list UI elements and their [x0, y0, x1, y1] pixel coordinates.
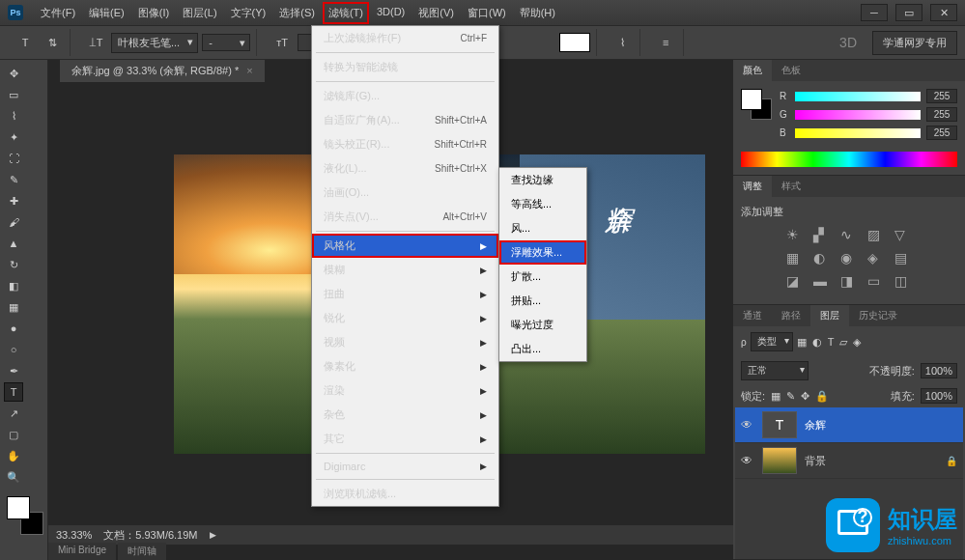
menu-3d[interactable]: 3D(D)	[371, 2, 411, 24]
blend-mode-select[interactable]: 正常	[741, 361, 809, 380]
menu-item[interactable]: 扭曲▶	[312, 282, 498, 306]
panel-color-picker[interactable]	[741, 89, 772, 120]
menu-图层[interactable]: 图层(L)	[177, 2, 222, 24]
hue-icon[interactable]: ▦	[786, 250, 804, 267]
bw-icon[interactable]: ◐	[813, 250, 831, 267]
tab-color[interactable]: 颜色	[733, 60, 772, 81]
mixer-icon[interactable]: ◈	[867, 250, 885, 267]
b-slider[interactable]	[795, 128, 921, 138]
menu-item[interactable]: 转换为智能滤镜	[312, 55, 498, 79]
menu-编辑[interactable]: 编辑(E)	[83, 2, 130, 24]
vibrance-icon[interactable]: ▽	[894, 227, 912, 244]
curves-icon[interactable]: ∿	[840, 227, 858, 244]
exposure-icon[interactable]: ▨	[867, 227, 885, 244]
layer-row[interactable]: 👁T余辉	[735, 407, 963, 443]
close-icon[interactable]: ×	[246, 65, 252, 76]
menu-文件[interactable]: 文件(F)	[35, 2, 81, 24]
tab-paths[interactable]: 路径	[772, 305, 810, 326]
submenu-item[interactable]: 风...	[499, 216, 586, 240]
layer-thumb[interactable]: T	[762, 411, 797, 438]
menu-item[interactable]: 油画(O)...	[312, 181, 498, 205]
doc-info[interactable]: 文档：5.93M/6.19M	[103, 528, 197, 543]
font-style-select[interactable]: -	[202, 34, 250, 51]
menu-item[interactable]: 浏览联机滤镜...	[312, 482, 498, 506]
marquee-tool[interactable]: ▭	[4, 85, 23, 104]
color-spectrum[interactable]	[741, 152, 957, 167]
menu-item[interactable]: 消失点(V)...Alt+Ctrl+V	[312, 205, 498, 229]
lock-position-icon[interactable]: ✥	[801, 390, 809, 403]
crop-tool[interactable]: ⛶	[4, 149, 23, 168]
r-value[interactable]: 255	[926, 89, 957, 103]
zoom-level[interactable]: 33.33%	[56, 529, 92, 541]
foreground-color[interactable]	[7, 496, 30, 519]
submenu-item[interactable]: 拼贴...	[499, 289, 586, 313]
filter-text-icon[interactable]: T	[828, 336, 835, 349]
photo-filter-icon[interactable]: ◉	[840, 250, 858, 267]
brightness-icon[interactable]: ☀	[786, 227, 804, 244]
hand-tool[interactable]: ✋	[4, 446, 23, 465]
submenu-item[interactable]: 查找边缘	[499, 168, 586, 192]
menu-item[interactable]: 锐化▶	[312, 306, 498, 330]
menu-item[interactable]: 渲染▶	[312, 378, 498, 403]
menu-item[interactable]: 滤镜库(G)...	[312, 84, 498, 108]
brush-tool[interactable]: 🖌	[4, 212, 23, 232]
tab-channels[interactable]: 通道	[733, 305, 772, 326]
selective-icon[interactable]: ◫	[894, 273, 912, 291]
submenu-item[interactable]: 曝光过度	[499, 313, 586, 337]
visibility-icon[interactable]: 👁	[741, 454, 754, 467]
submenu-item[interactable]: 浮雕效果...	[499, 240, 586, 265]
menu-选择[interactable]: 选择(S)	[273, 2, 321, 24]
opacity-input[interactable]: 100%	[921, 363, 957, 378]
orientation-icon[interactable]: ⇅	[41, 31, 64, 54]
lock-transparent-icon[interactable]: ▦	[771, 390, 781, 403]
threed-label[interactable]: 3D	[839, 35, 857, 50]
lock-all-icon[interactable]: 🔒	[815, 390, 829, 403]
text-tool[interactable]: T	[4, 382, 23, 402]
lasso-tool[interactable]: ⌇	[4, 106, 23, 126]
tab-styles[interactable]: 样式	[772, 176, 810, 197]
submenu-item[interactable]: 扩散...	[499, 265, 586, 289]
path-tool[interactable]: ↗	[4, 404, 23, 423]
history-brush-tool[interactable]: ↻	[4, 255, 23, 274]
filter-shape-icon[interactable]: ▱	[839, 336, 847, 349]
threshold-icon[interactable]: ◨	[840, 273, 858, 291]
posterize-icon[interactable]: ▬	[813, 273, 831, 291]
menu-item[interactable]: Digimarc▶	[312, 456, 498, 477]
r-slider[interactable]	[795, 92, 921, 101]
workspace-label[interactable]: 学通网罗专用	[872, 31, 957, 55]
invert-icon[interactable]: ◪	[786, 273, 804, 291]
levels-icon[interactable]: ▞	[813, 227, 831, 244]
tab-timeline[interactable]: 时间轴	[118, 543, 166, 560]
menu-文字[interactable]: 文字(Y)	[225, 2, 272, 24]
b-value[interactable]: 255	[926, 126, 957, 140]
tab-history[interactable]: 历史记录	[849, 305, 907, 326]
menu-item[interactable]: 杂色▶	[312, 403, 498, 427]
filter-pixel-icon[interactable]: ▦	[797, 336, 807, 349]
stamp-tool[interactable]: ▲	[4, 234, 23, 253]
menu-视图[interactable]: 视图(V)	[412, 2, 460, 24]
close-button[interactable]: ✕	[930, 4, 957, 21]
layer-filter-select[interactable]: 类型	[751, 332, 793, 351]
document-tab[interactable]: 余辉.jpg @ 33.3% (余辉, RGB/8#) *×	[60, 60, 265, 83]
menu-item[interactable]: 镜头校正(R)...Shift+Ctrl+R	[312, 132, 498, 156]
blur-tool[interactable]: ●	[4, 319, 23, 338]
eyedropper-tool[interactable]: ✎	[4, 170, 23, 189]
lock-pixels-icon[interactable]: ✎	[786, 390, 795, 403]
minimize-button[interactable]: ─	[861, 4, 888, 21]
tab-swatches[interactable]: 色板	[772, 60, 810, 81]
text-direction-icon[interactable]: ⟘T	[84, 31, 107, 54]
pen-tool[interactable]: ✒	[4, 361, 23, 380]
visibility-icon[interactable]: 👁	[741, 418, 754, 432]
font-family-select[interactable]: 叶根友毛笔...	[111, 33, 198, 53]
layer-row[interactable]: 👁背景🔒	[735, 443, 963, 479]
menu-item[interactable]: 视频▶	[312, 330, 498, 354]
menu-滤镜[interactable]: 滤镜(T)	[323, 2, 369, 24]
color-picker[interactable]	[7, 496, 43, 535]
warp-text-icon[interactable]: ⌇	[610, 31, 634, 54]
text-tool-icon[interactable]: T	[14, 31, 37, 54]
submenu-item[interactable]: 凸出...	[499, 337, 586, 361]
tab-layers[interactable]: 图层	[810, 305, 849, 326]
menu-图像[interactable]: 图像(I)	[132, 2, 175, 24]
gradient-map-icon[interactable]: ▭	[867, 273, 885, 291]
menu-item[interactable]: 上次滤镜操作(F)Ctrl+F	[312, 26, 498, 50]
